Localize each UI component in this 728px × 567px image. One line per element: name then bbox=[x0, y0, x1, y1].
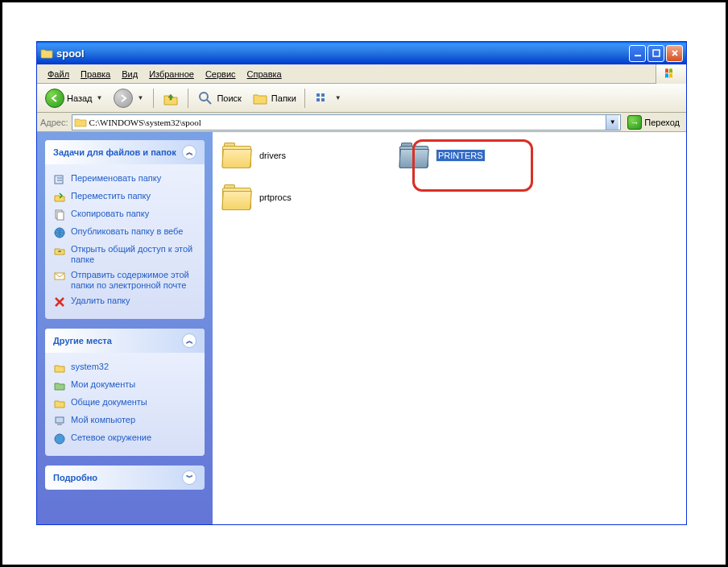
folder-icon bbox=[40, 47, 53, 60]
svg-rect-6 bbox=[321, 98, 325, 101]
folder-icon bbox=[74, 116, 87, 129]
collapse-icon: ︽ bbox=[182, 333, 196, 348]
svg-rect-0 bbox=[635, 55, 641, 56]
chevron-down-icon: ▼ bbox=[333, 94, 343, 101]
explorer-window: spool Файл Правка Вид Избранное Сервис С… bbox=[36, 41, 687, 525]
svg-rect-9 bbox=[57, 212, 64, 220]
separator bbox=[188, 89, 188, 108]
place-shareddocs[interactable]: Общие документы bbox=[53, 395, 196, 412]
expand-icon: ︾ bbox=[182, 470, 196, 485]
titlebar[interactable]: spool bbox=[37, 42, 686, 64]
back-arrow-icon bbox=[45, 89, 64, 108]
sidebar: Задачи для файлов и папок ︽ Переименоват… bbox=[37, 132, 213, 524]
menu-edit[interactable]: Правка bbox=[75, 68, 116, 81]
address-input[interactable] bbox=[89, 118, 604, 127]
go-button[interactable]: → Переход bbox=[624, 115, 683, 130]
folder-label: PRINTERS bbox=[436, 150, 485, 161]
task-delete[interactable]: Удалить папку bbox=[53, 293, 196, 311]
address-input-wrapper[interactable]: ▼ bbox=[72, 114, 622, 130]
close-button[interactable] bbox=[666, 45, 683, 62]
svg-rect-12 bbox=[56, 417, 64, 423]
chevron-down-icon: ▼ bbox=[135, 94, 145, 101]
folder-content[interactable]: drivers PRINTERS prtprocs bbox=[213, 132, 686, 524]
place-system32[interactable]: system32 bbox=[53, 359, 196, 377]
rename-icon bbox=[53, 173, 66, 186]
menu-file[interactable]: Файл bbox=[42, 68, 75, 81]
folders-label: Папки bbox=[271, 93, 296, 103]
menu-tools[interactable]: Сервис bbox=[200, 68, 242, 81]
share-icon bbox=[53, 244, 66, 257]
tasks-title: Задачи для файлов и папок bbox=[53, 147, 176, 157]
views-button[interactable]: ▼ bbox=[309, 87, 347, 110]
task-copy[interactable]: Скопировать папку bbox=[53, 206, 196, 224]
folder-drivers[interactable]: drivers bbox=[219, 139, 372, 172]
place-mydocs[interactable]: Мои документы bbox=[53, 377, 196, 395]
places-title: Другие места bbox=[53, 336, 112, 346]
documents-icon bbox=[53, 379, 66, 392]
details-panel: Подробно ︾ bbox=[45, 466, 205, 490]
task-rename[interactable]: Переименовать папку bbox=[53, 171, 196, 188]
tasks-panel: Задачи для файлов и папок ︽ Переименоват… bbox=[45, 140, 205, 319]
menubar: Файл Правка Вид Избранное Сервис Справка bbox=[37, 64, 686, 84]
details-panel-header[interactable]: Подробно ︾ bbox=[45, 466, 205, 490]
task-publish[interactable]: Опубликовать папку в вебе bbox=[53, 224, 196, 242]
places-panel-header[interactable]: Другие места ︽ bbox=[45, 329, 205, 353]
network-icon bbox=[53, 432, 66, 445]
maximize-button[interactable] bbox=[647, 45, 664, 62]
forward-arrow-icon bbox=[114, 89, 133, 108]
task-share[interactable]: Открыть общий доступ к этой папке bbox=[53, 242, 196, 267]
chevron-down-icon: ▼ bbox=[95, 94, 105, 101]
computer-icon bbox=[53, 415, 66, 428]
svg-rect-3 bbox=[316, 93, 320, 97]
toolbar: Назад ▼ ▼ Поиск Папки ▼ bbox=[37, 84, 686, 113]
folder-label: drivers bbox=[259, 151, 286, 160]
folder-icon bbox=[53, 362, 66, 375]
go-label: Переход bbox=[644, 118, 680, 127]
tasks-panel-header[interactable]: Задачи для файлов и папок ︽ bbox=[45, 140, 205, 164]
details-title: Подробно bbox=[53, 473, 97, 482]
back-button[interactable]: Назад ▼ bbox=[41, 86, 108, 110]
svg-rect-5 bbox=[316, 98, 320, 101]
svg-rect-4 bbox=[321, 93, 325, 97]
delete-icon bbox=[53, 296, 66, 308]
folders-button[interactable]: Папки bbox=[247, 87, 300, 110]
up-button[interactable] bbox=[158, 87, 184, 110]
folder-icon bbox=[221, 183, 253, 212]
places-panel: Другие места ︽ system32 Мои документы Об… bbox=[45, 329, 205, 456]
address-dropdown[interactable]: ▼ bbox=[606, 115, 618, 130]
window-title: spool bbox=[56, 48, 629, 60]
task-move[interactable]: Переместить папку bbox=[53, 188, 196, 206]
svg-rect-13 bbox=[57, 424, 62, 425]
search-icon bbox=[196, 89, 214, 107]
svg-rect-1 bbox=[653, 50, 660, 56]
folder-label: prtprocs bbox=[259, 192, 292, 202]
separator bbox=[304, 89, 305, 108]
mail-icon bbox=[53, 270, 66, 283]
shared-folder-icon bbox=[53, 397, 66, 410]
minimize-button[interactable] bbox=[629, 45, 646, 62]
svg-point-14 bbox=[55, 434, 64, 444]
go-arrow-icon: → bbox=[627, 115, 642, 130]
forward-button[interactable]: ▼ bbox=[110, 86, 149, 110]
menu-view[interactable]: Вид bbox=[116, 68, 143, 81]
address-label: Адрес: bbox=[40, 118, 68, 127]
menu-favorites[interactable]: Избранное bbox=[143, 68, 200, 81]
place-network[interactable]: Сетевое окружение bbox=[53, 430, 196, 448]
folder-icon bbox=[398, 141, 430, 170]
place-mycomputer[interactable]: Мой компьютер bbox=[53, 412, 196, 430]
separator bbox=[153, 89, 154, 108]
menu-help[interactable]: Справка bbox=[242, 68, 287, 81]
search-button[interactable]: Поиск bbox=[192, 87, 245, 110]
copy-icon bbox=[53, 209, 66, 221]
windows-flag-icon bbox=[656, 64, 686, 84]
back-label: Назад bbox=[67, 93, 93, 103]
address-bar: Адрес: ▼ → Переход bbox=[37, 113, 686, 132]
folder-printers[interactable]: PRINTERS bbox=[396, 139, 549, 172]
folders-icon bbox=[251, 89, 269, 107]
folder-prtprocs[interactable]: prtprocs bbox=[219, 180, 372, 214]
svg-rect-7 bbox=[55, 176, 63, 184]
task-email[interactable]: Отправить содержимое этой папки по элект… bbox=[53, 267, 196, 293]
search-label: Поиск bbox=[217, 93, 241, 103]
svg-point-2 bbox=[200, 93, 208, 101]
views-icon bbox=[313, 89, 331, 107]
